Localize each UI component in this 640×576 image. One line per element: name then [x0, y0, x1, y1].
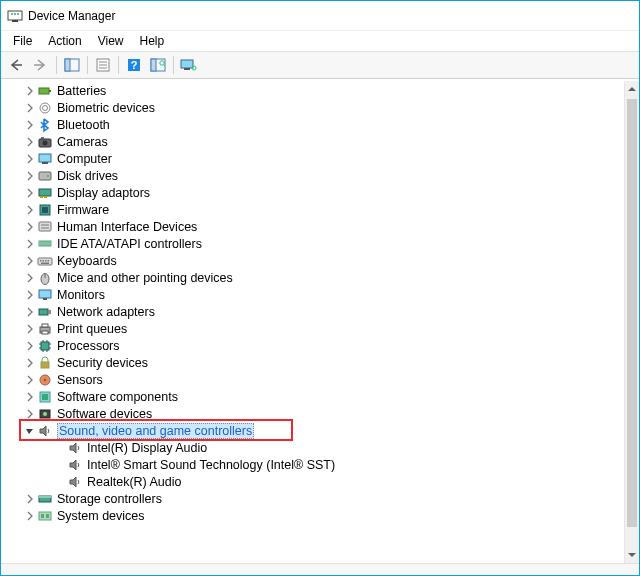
- chevron-right-icon[interactable]: [23, 135, 37, 149]
- chevron-right-icon[interactable]: [23, 84, 37, 98]
- tree-child-label[interactable]: Realtek(R) Audio: [87, 475, 182, 489]
- chevron-right-icon[interactable]: [23, 203, 37, 217]
- tree-node-label[interactable]: Firmware: [57, 203, 109, 217]
- tree-node-label[interactable]: Sensors: [57, 373, 103, 387]
- chevron-right-icon[interactable]: [23, 169, 37, 183]
- tree-node[interactable]: Biometric devices: [3, 99, 639, 116]
- chevron-right-icon[interactable]: [23, 118, 37, 132]
- tree-node-label[interactable]: Biometric devices: [57, 101, 155, 115]
- chevron-right-icon[interactable]: [23, 339, 37, 353]
- vertical-scrollbar[interactable]: [624, 81, 639, 563]
- tree-node[interactable]: Mice and other pointing devices: [3, 269, 639, 286]
- tree-node[interactable]: Processors: [3, 337, 639, 354]
- tree-node-label[interactable]: System devices: [57, 509, 145, 523]
- show-hide-tree-button[interactable]: [61, 54, 83, 76]
- scan-hardware-button[interactable]: [147, 54, 169, 76]
- chevron-right-icon[interactable]: [23, 186, 37, 200]
- scroll-up-icon[interactable]: [625, 81, 639, 97]
- tree-node-label[interactable]: Cameras: [57, 135, 108, 149]
- tree-node-label[interactable]: Keyboards: [57, 254, 117, 268]
- svg-rect-78: [39, 512, 51, 520]
- tree-node[interactable]: Batteries: [3, 82, 639, 99]
- chevron-right-icon[interactable]: [23, 101, 37, 115]
- tree-node[interactable]: Software components: [3, 388, 639, 405]
- tree-node[interactable]: Security devices: [3, 354, 639, 371]
- battery-icon: [37, 83, 53, 99]
- chevron-right-icon[interactable]: [23, 305, 37, 319]
- chevron-right-icon[interactable]: [23, 322, 37, 336]
- tree-node-label[interactable]: Sound, video and game controllers: [57, 423, 254, 439]
- menu-help[interactable]: Help: [132, 32, 173, 50]
- device-tree[interactable]: BatteriesBiometric devicesBluetoothCamer…: [1, 81, 639, 563]
- tree-node-label[interactable]: Display adaptors: [57, 186, 150, 200]
- disk-drive-icon: [37, 168, 53, 184]
- tree-node-label[interactable]: Network adapters: [57, 305, 155, 319]
- help-button[interactable]: ?: [123, 54, 145, 76]
- forward-button[interactable]: [30, 54, 52, 76]
- tree-node[interactable]: Storage controllers: [3, 490, 639, 507]
- scroll-down-icon[interactable]: [625, 547, 639, 563]
- tree-node-label[interactable]: Computer: [57, 152, 112, 166]
- svg-point-4: [17, 13, 19, 15]
- chevron-right-icon[interactable]: [23, 390, 37, 404]
- tree-node[interactable]: Human Interface Devices: [3, 218, 639, 235]
- tree-node[interactable]: Cameras: [3, 133, 639, 150]
- chevron-down-icon[interactable]: [23, 424, 37, 438]
- tree-child-node[interactable]: Realtek(R) Audio: [3, 473, 639, 490]
- tree-node-label[interactable]: IDE ATA/ATAPI controllers: [57, 237, 202, 251]
- chevron-right-icon[interactable]: [23, 220, 37, 234]
- tree-node[interactable]: System devices: [3, 507, 639, 524]
- tree-node-label[interactable]: Disk drives: [57, 169, 118, 183]
- svg-rect-60: [41, 342, 49, 350]
- chevron-right-icon[interactable]: [23, 254, 37, 268]
- tree-child-node[interactable]: Intel(R) Display Audio: [3, 439, 639, 456]
- tree-node[interactable]: Computer: [3, 150, 639, 167]
- tree-node[interactable]: Bluetooth: [3, 116, 639, 133]
- tree-node[interactable]: Disk drives: [3, 167, 639, 184]
- chevron-right-icon[interactable]: [23, 152, 37, 166]
- chevron-right-icon[interactable]: [23, 407, 37, 421]
- tree-node[interactable]: Sound, video and game controllers: [3, 422, 639, 439]
- chevron-right-icon[interactable]: [23, 373, 37, 387]
- tree-node[interactable]: Network adapters: [3, 303, 639, 320]
- menu-file[interactable]: File: [5, 32, 40, 50]
- tree-node[interactable]: Print queues: [3, 320, 639, 337]
- camera-icon: [37, 134, 53, 150]
- chevron-right-icon[interactable]: [23, 492, 37, 506]
- tree-node-label[interactable]: Bluetooth: [57, 118, 110, 132]
- tree-node-label[interactable]: Batteries: [57, 84, 106, 98]
- chevron-right-icon[interactable]: [23, 237, 37, 251]
- scroll-thumb[interactable]: [627, 99, 637, 527]
- tree-node[interactable]: Software devices: [3, 405, 639, 422]
- tree-node-label[interactable]: Mice and other pointing devices: [57, 271, 233, 285]
- tree-node[interactable]: Monitors: [3, 286, 639, 303]
- svg-rect-69: [41, 362, 49, 368]
- tree-node-label[interactable]: Monitors: [57, 288, 105, 302]
- tree-node[interactable]: Display adaptors: [3, 184, 639, 201]
- speaker-icon: [67, 457, 83, 473]
- tree-node-label[interactable]: Processors: [57, 339, 120, 353]
- tree-child-label[interactable]: Intel(R) Display Audio: [87, 441, 207, 455]
- chevron-right-icon[interactable]: [23, 288, 37, 302]
- tree-node[interactable]: IDE ATA/ATAPI controllers: [3, 235, 639, 252]
- tree-node-label[interactable]: Storage controllers: [57, 492, 162, 506]
- tree-node[interactable]: Keyboards: [3, 252, 639, 269]
- menu-view[interactable]: View: [90, 32, 132, 50]
- chevron-right-icon[interactable]: [23, 271, 37, 285]
- back-button[interactable]: [6, 54, 28, 76]
- tree-child-label[interactable]: Intel® Smart Sound Technology (Intel® SS…: [87, 458, 335, 472]
- processor-icon: [37, 338, 53, 354]
- chevron-right-icon[interactable]: [23, 509, 37, 523]
- tree-node-label[interactable]: Human Interface Devices: [57, 220, 197, 234]
- tree-node-label[interactable]: Software devices: [57, 407, 152, 421]
- add-legacy-hardware-button[interactable]: [178, 54, 200, 76]
- tree-node-label[interactable]: Software components: [57, 390, 178, 404]
- tree-child-node[interactable]: Intel® Smart Sound Technology (Intel® SS…: [3, 456, 639, 473]
- tree-node[interactable]: Firmware: [3, 201, 639, 218]
- chevron-right-icon[interactable]: [23, 356, 37, 370]
- properties-button[interactable]: [92, 54, 114, 76]
- menu-action[interactable]: Action: [40, 32, 89, 50]
- tree-node-label[interactable]: Security devices: [57, 356, 148, 370]
- tree-node[interactable]: Sensors: [3, 371, 639, 388]
- tree-node-label[interactable]: Print queues: [57, 322, 127, 336]
